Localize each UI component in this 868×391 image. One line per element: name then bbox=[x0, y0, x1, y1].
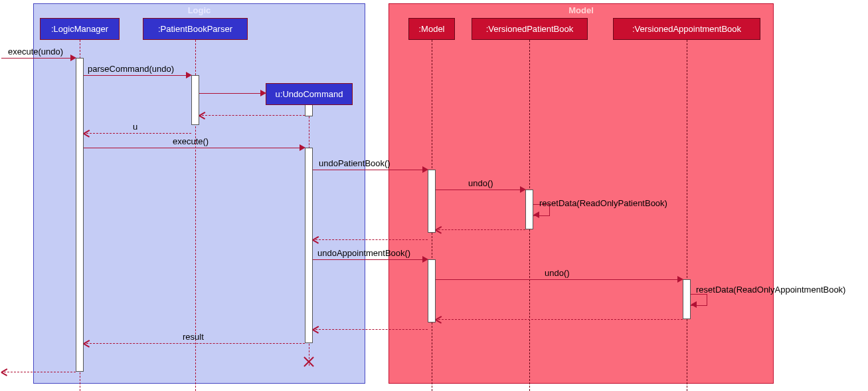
msg-execute-undo: execute(undo) bbox=[8, 47, 63, 57]
arrow-execute-undo bbox=[1, 58, 73, 59]
activation-model-1 bbox=[428, 170, 436, 233]
sequence-diagram: Logic Model :LogicManager :PatientBookPa… bbox=[0, 0, 868, 391]
activation-vpb bbox=[525, 190, 533, 229]
arrowhead-return-model-1 bbox=[313, 237, 319, 243]
msg-undo-1: undo() bbox=[468, 178, 493, 188]
participant-logic-manager: :LogicManager bbox=[40, 18, 120, 40]
arrowhead-return-vpb bbox=[436, 227, 442, 233]
participant-patient-book-parser: :PatientBookParser bbox=[143, 18, 248, 40]
msg-reset-patient: resetData(ReadOnlyPatientBook) bbox=[539, 198, 667, 208]
arrow-return-external bbox=[4, 372, 76, 372]
arrow-return-model-2 bbox=[315, 329, 428, 330]
arrow-undo-1 bbox=[436, 190, 523, 190]
arrow-create-undo-command bbox=[199, 93, 263, 94]
arrowhead-execute bbox=[300, 144, 305, 151]
msg-undo-patient-book: undoPatientBook() bbox=[319, 158, 391, 168]
msg-u: u bbox=[133, 122, 137, 132]
activation-vab bbox=[683, 279, 691, 319]
arrow-return-u bbox=[86, 133, 191, 134]
arrow-return-create bbox=[202, 115, 305, 116]
activation-patient-book-parser bbox=[191, 75, 199, 125]
arrowhead-undo-2 bbox=[677, 276, 683, 283]
arrowhead-undo-1 bbox=[520, 186, 526, 193]
arrow-undo-patient-book bbox=[313, 170, 425, 170]
model-box: Model bbox=[389, 3, 774, 384]
lifeline-versioned-appointment-book bbox=[687, 40, 687, 391]
activation-undo-command-exec bbox=[305, 148, 313, 343]
activation-logic-manager bbox=[76, 58, 84, 372]
arrowhead-return-create bbox=[199, 112, 206, 119]
participant-undo-command: u:UndoCommand bbox=[266, 83, 353, 105]
msg-result: result bbox=[183, 332, 204, 342]
arrowhead-self-reset-appointment bbox=[691, 301, 697, 308]
arrow-undo-2 bbox=[436, 279, 680, 280]
arrowhead-undo-patient-book bbox=[422, 166, 428, 173]
arrowhead-return-vab bbox=[436, 317, 442, 323]
logic-box-title: Logic bbox=[34, 5, 365, 15]
arrowhead-self-reset-patient bbox=[533, 211, 539, 218]
arrowhead-execute-undo bbox=[70, 55, 76, 61]
arrowhead-create-undo-command bbox=[260, 90, 266, 96]
arrow-result bbox=[86, 343, 305, 344]
arrowhead-result bbox=[84, 340, 90, 347]
participant-versioned-patient-book: :VersionedPatientBook bbox=[472, 18, 588, 40]
arrowhead-parse-command bbox=[186, 72, 192, 78]
msg-undo-2: undo() bbox=[545, 268, 570, 278]
arrow-return-vab bbox=[438, 319, 683, 320]
arrowhead-undo-appointment-book bbox=[422, 256, 428, 263]
msg-undo-appointment-book: undoAppointmentBook() bbox=[317, 248, 410, 258]
msg-execute: execute() bbox=[173, 136, 209, 146]
msg-parse-command: parseCommand(undo) bbox=[88, 64, 174, 74]
arrow-execute bbox=[84, 148, 302, 148]
arrowhead-return-model-2 bbox=[313, 326, 319, 333]
arrowhead-return-external bbox=[1, 369, 8, 376]
arrow-return-vpb bbox=[438, 229, 525, 230]
participant-model: :Model bbox=[408, 18, 455, 40]
arrow-undo-appointment-book bbox=[313, 259, 425, 260]
arrow-return-model-1 bbox=[315, 239, 428, 240]
arrow-parse-command bbox=[84, 75, 189, 76]
destroy-undo-command bbox=[302, 355, 315, 368]
model-box-title: Model bbox=[389, 5, 773, 15]
arrowhead-return-u bbox=[84, 130, 90, 137]
participant-versioned-appointment-book: :VersionedAppointmentBook bbox=[613, 18, 760, 40]
msg-reset-appointment: resetData(ReadOnlyAppointmentBook) bbox=[696, 285, 845, 295]
activation-model-2 bbox=[428, 259, 436, 323]
